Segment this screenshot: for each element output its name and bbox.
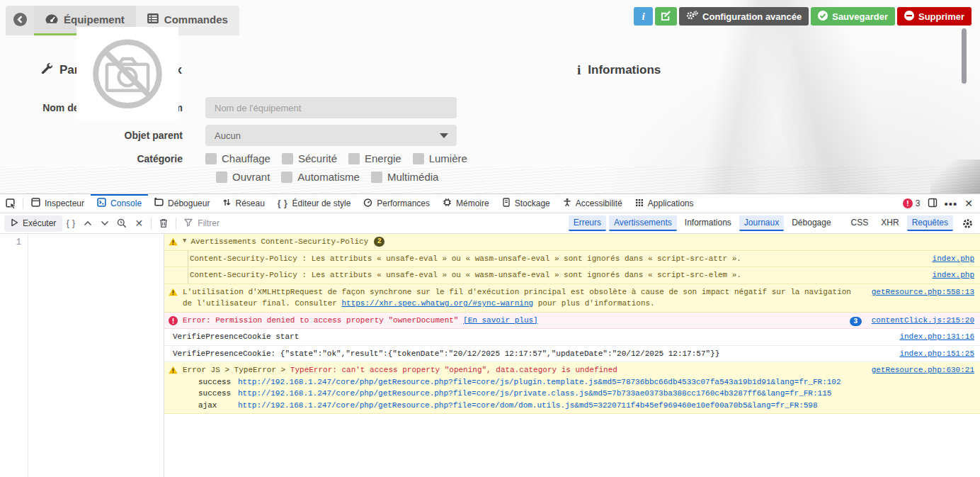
stack-frame: successhttp://192.168.1.247/core/php/get… bbox=[183, 388, 862, 400]
stack-frame: ajaxhttp://192.168.1.247/core/php/getRes… bbox=[183, 400, 862, 412]
tab-debogueur[interactable]: Débogueur bbox=[148, 194, 216, 213]
checkbox-multimedia[interactable] bbox=[371, 172, 382, 183]
twisty-expanded-icon[interactable]: ▼ bbox=[183, 237, 186, 247]
category-lumiere: Lumière bbox=[413, 152, 467, 164]
informations-title: i Informations bbox=[577, 62, 661, 78]
source-link[interactable]: getResource.php:630:21 bbox=[872, 364, 974, 376]
info-icon: i bbox=[577, 62, 581, 78]
meatball-menu-icon[interactable]: ••• bbox=[945, 198, 958, 210]
filter-erreurs[interactable]: Erreurs bbox=[569, 215, 606, 231]
checkbox-lumiere[interactable] bbox=[413, 153, 424, 164]
tab-performances[interactable]: Performances bbox=[357, 194, 436, 213]
settings-gear-icon[interactable] bbox=[959, 215, 976, 231]
source-link[interactable]: index.php:131:16 bbox=[899, 331, 974, 343]
group-title: Avertissements Content-Security-Policy bbox=[190, 237, 368, 246]
filter-journaux[interactable]: Journaux bbox=[739, 215, 784, 231]
filter-xhr[interactable]: XHR bbox=[876, 215, 904, 231]
edit-pencil-icon bbox=[661, 10, 671, 23]
filter-avertissements[interactable]: Avertissements bbox=[609, 215, 677, 231]
warning-icon bbox=[169, 366, 178, 374]
filter-input[interactable] bbox=[198, 218, 283, 228]
dropdown-caret-icon bbox=[440, 133, 448, 138]
separator bbox=[23, 198, 23, 209]
devtools-tabbar: Inspecteur Console Débogueur Réseau { } … bbox=[0, 194, 980, 213]
stack-url-link[interactable]: http://192.168.1.247/core/php/getResourc… bbox=[238, 388, 831, 400]
category-multimedia: Multimédia bbox=[371, 171, 439, 183]
element-picker-icon[interactable] bbox=[0, 194, 21, 213]
info-button[interactable]: i bbox=[634, 7, 653, 26]
console-output: ▼ Avertissements Content-Security-Policy… bbox=[164, 234, 980, 477]
separator bbox=[176, 218, 176, 230]
split-console-icon[interactable] bbox=[928, 198, 938, 210]
tab-accessibilite[interactable]: Accessibilité bbox=[557, 194, 629, 213]
error-count-badge[interactable]: ! 3 bbox=[903, 198, 921, 208]
tab-editeur-de-style[interactable]: { } Éditeur de style bbox=[271, 194, 357, 213]
close-icon[interactable]: ✕ bbox=[964, 198, 973, 209]
tab-memoire[interactable]: Mémoire bbox=[436, 194, 496, 213]
log-text: VerifiePresenceCookie: {"state":"ok","re… bbox=[173, 348, 889, 360]
advanced-config-button[interactable]: Configuration avancée bbox=[679, 7, 809, 26]
source-link[interactable]: index.php bbox=[933, 253, 974, 265]
checkbox-securite[interactable] bbox=[282, 153, 293, 164]
sync-warning-link[interactable]: https://xhr.spec.whatwg.org/#sync-warnin… bbox=[341, 299, 533, 308]
warning-icon bbox=[169, 237, 178, 246]
close-editor-icon[interactable]: ✕ bbox=[130, 215, 147, 231]
console-warning-row: Content-Security-Policy : Les attributs … bbox=[164, 267, 980, 284]
stack-url-link[interactable]: http://192.168.1.247/core/php/getResourc… bbox=[238, 400, 818, 412]
parent-object-value: Aucun bbox=[215, 130, 241, 141]
source-link[interactable]: contentClick.js:215:20 bbox=[872, 315, 974, 327]
vertical-scrollbar-thumb[interactable] bbox=[962, 28, 967, 84]
checkbox-chauffage[interactable] bbox=[205, 153, 217, 164]
group-count-badge: 2 bbox=[374, 237, 384, 247]
save-button[interactable]: Sauvegarder bbox=[811, 7, 895, 26]
console-group-header[interactable]: ▼ Avertissements Content-Security-Policy… bbox=[164, 234, 980, 251]
filter-requetes[interactable]: Requêtes bbox=[907, 215, 953, 231]
console-toolbar: Exécuter { } ✕ Erreurs Avertissements In… bbox=[0, 213, 980, 234]
check-circle-icon bbox=[818, 11, 828, 23]
checkbox-ouvrant[interactable] bbox=[216, 172, 227, 183]
console-filter-buttons: Erreurs Avertissements Informations Jour… bbox=[569, 215, 976, 231]
tab-console[interactable]: Console bbox=[91, 194, 148, 213]
checkbox-automatisme[interactable] bbox=[281, 172, 292, 183]
parent-object-label: Objet parent bbox=[41, 130, 183, 141]
category-ouvrant: Ouvrant bbox=[216, 171, 270, 183]
back-button[interactable] bbox=[6, 6, 34, 35]
filter-informations[interactable]: Informations bbox=[680, 215, 736, 231]
filter-debogage[interactable]: Débogage bbox=[787, 215, 836, 231]
js-error-title: Error JS > TypeError > TypeError: can't … bbox=[183, 364, 862, 376]
history-up-icon[interactable] bbox=[79, 215, 96, 231]
save-label: Sauvegarder bbox=[832, 11, 888, 22]
learn-more-link[interactable]: [En savoir plus] bbox=[463, 316, 538, 325]
pretty-print-icon[interactable]: { } bbox=[62, 215, 79, 231]
editor-input-area[interactable] bbox=[28, 234, 164, 477]
parent-object-select[interactable]: Aucun bbox=[205, 125, 457, 146]
console-js-error-block: Error JS > TypeError > TypeError: can't … bbox=[164, 362, 980, 414]
history-down-icon[interactable] bbox=[96, 215, 113, 231]
tab-applications[interactable]: Applications bbox=[629, 194, 700, 213]
tab-inspecteur[interactable]: Inspecteur bbox=[25, 194, 91, 213]
category-row-2: Ouvrant Automatisme Multimédia bbox=[216, 171, 537, 183]
equipment-name-input[interactable] bbox=[205, 97, 457, 118]
stack-url-link[interactable]: http://192.168.1.247/core/php/getResourc… bbox=[238, 376, 841, 388]
source-link[interactable]: index.php bbox=[933, 269, 974, 281]
tab-stockage[interactable]: Stockage bbox=[496, 194, 557, 213]
tab-reseau[interactable]: Réseau bbox=[216, 194, 270, 213]
category-chauffage: Chauffage bbox=[205, 152, 270, 164]
source-link[interactable]: index.php:151:25 bbox=[899, 348, 974, 360]
source-link[interactable]: getResource.php:558:13 bbox=[872, 286, 974, 298]
network-arrows-icon bbox=[222, 198, 231, 209]
search-history-icon[interactable] bbox=[113, 215, 130, 231]
table-list-icon bbox=[147, 13, 159, 26]
filter-css[interactable]: CSS bbox=[846, 215, 874, 231]
edit-button[interactable] bbox=[655, 7, 677, 26]
advanced-config-label: Configuration avancée bbox=[702, 11, 802, 22]
informations-section: i Informations bbox=[577, 62, 661, 78]
trash-icon[interactable] bbox=[155, 215, 172, 231]
line-number: 1 bbox=[16, 237, 21, 247]
delete-button[interactable]: Supprimer bbox=[897, 7, 972, 26]
run-button[interactable]: Exécuter bbox=[4, 215, 62, 232]
stack-frame: successhttp://192.168.1.247/core/php/get… bbox=[183, 376, 862, 388]
checkbox-energie[interactable] bbox=[348, 153, 360, 164]
accessibility-person-icon bbox=[563, 198, 571, 209]
stopwatch-icon bbox=[363, 198, 372, 209]
